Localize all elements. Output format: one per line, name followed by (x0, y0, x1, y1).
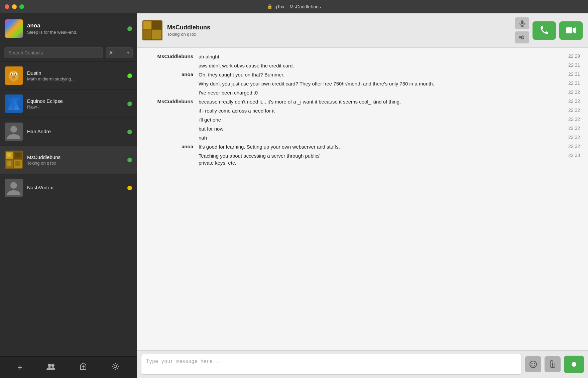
message-text: i'll get one (199, 116, 557, 123)
equinox-avatar-icon (5, 94, 23, 113)
lock-icon: 🔒 (267, 4, 272, 9)
contact-info: MsCuddlebuns Toxing on qTox (27, 154, 123, 166)
svg-point-41 (532, 363, 533, 364)
transfer-icon (79, 362, 87, 370)
svg-point-42 (534, 363, 535, 364)
contact-name: MsCuddlebuns (27, 154, 123, 160)
svg-rect-34 (521, 20, 523, 24)
message-sender: MsCuddlebuns (145, 98, 199, 104)
chat-header-info: MsCuddlebuns Toxing on qTox (167, 24, 510, 37)
svg-marker-39 (573, 27, 576, 33)
svg-rect-22 (15, 161, 20, 166)
list-item[interactable]: Equinox Eclipse Rawr~ (0, 90, 137, 118)
video-icon (566, 27, 576, 34)
table-row: but for now 22:32 (145, 125, 580, 132)
message-time: 22:31 (557, 62, 580, 68)
table-row: MsCuddlebuns because i really don't need… (145, 98, 580, 105)
input-area (137, 350, 588, 378)
video-call-button[interactable] (559, 21, 583, 40)
chat-contact-name: MsCuddlebuns (167, 24, 510, 31)
doge-avatar-icon (5, 66, 23, 85)
message-sender (145, 152, 199, 153)
profile-info: anoa Sleep is for the weak-end. (27, 22, 123, 35)
list-item[interactable]: Dustin Math midterm studying... (0, 62, 137, 90)
contact-status: Math midterm studying... (27, 76, 123, 81)
microphone-icon (519, 20, 525, 27)
contact-info: Dustin Math midterm studying... (27, 70, 123, 81)
send-icon (569, 360, 579, 369)
profile-online-dot (127, 26, 132, 31)
contact-name: Equinox Eclipse (27, 98, 123, 104)
list-item[interactable]: Han Andre (0, 118, 137, 146)
svg-rect-19 (7, 153, 11, 157)
attach-button[interactable] (545, 356, 561, 372)
svg-rect-32 (143, 30, 151, 39)
message-time: 22:32 (557, 143, 580, 149)
table-row: Teaching you about accessing a server th… (145, 152, 580, 166)
titlebar: 🔒 qTox – MsCuddlebuns (0, 0, 588, 13)
list-item[interactable]: MsCuddlebuns Toxing on qTox (0, 146, 137, 174)
message-input[interactable] (141, 354, 522, 375)
file-transfer-button[interactable] (77, 360, 90, 375)
message-sender: MsCuddlebuns (145, 53, 199, 59)
profile-name: anoa (27, 22, 123, 29)
minimize-button[interactable] (12, 4, 17, 9)
profile-avatar-image (5, 19, 23, 38)
svg-point-45 (573, 363, 575, 366)
settings-button[interactable] (109, 360, 122, 375)
close-button[interactable] (5, 4, 9, 9)
emoji-icon (529, 360, 537, 368)
svg-rect-38 (566, 27, 572, 33)
svg-rect-20 (15, 153, 20, 157)
call-button[interactable] (533, 21, 556, 40)
message-time: 22:31 (557, 71, 580, 77)
status-dot (127, 158, 132, 162)
message-text: if i really come across a need for it (199, 107, 557, 114)
emoji-button[interactable] (525, 356, 541, 372)
message-sender (145, 116, 199, 117)
svg-point-6 (15, 73, 16, 75)
avatar (5, 19, 23, 38)
phone-icon (540, 26, 549, 35)
sidebar: anoa Sleep is for the weak-end. All Onli… (0, 13, 137, 378)
add-contact-button[interactable]: + (15, 360, 25, 375)
status-dot (127, 186, 132, 190)
message-text: ah alright (199, 53, 557, 60)
send-button[interactable] (564, 356, 584, 373)
message-sender (145, 134, 199, 135)
table-row: MsCuddlebuns ah alright 22:29 (145, 53, 580, 60)
table-row: if i really come across a need for it 22… (145, 107, 580, 114)
avatar (5, 66, 23, 85)
message-sender (145, 62, 199, 62)
svg-point-24 (10, 182, 17, 189)
profile-header: anoa Sleep is for the weak-end. (0, 13, 137, 44)
filter-select[interactable]: All Online Offline (106, 47, 133, 58)
mute-button[interactable] (515, 31, 529, 43)
message-time: 22:32 (557, 116, 580, 122)
message-text: It's good for learning. Setting up your … (199, 143, 557, 150)
search-input[interactable] (4, 47, 103, 58)
message-time: 22:29 (557, 53, 580, 59)
messages-area[interactable]: MsCuddlebuns ah alright 22:29 aws didn't… (137, 48, 588, 350)
group-chat-button[interactable] (44, 360, 58, 375)
message-text: Oh, they caught you on that? Bummer. (199, 71, 557, 78)
avatar (5, 123, 23, 141)
microphone-button[interactable] (515, 17, 529, 29)
table-row: anoa It's good for learning. Setting up … (145, 143, 580, 150)
message-text: because i really don't need it... it's m… (199, 98, 557, 105)
sidebar-footer: + (0, 356, 137, 378)
svg-point-5 (11, 73, 12, 75)
svg-rect-30 (143, 21, 151, 29)
chat-header: MsCuddlebuns Toxing on qTox (137, 13, 588, 48)
filter-wrapper: All Online Offline ▼ (106, 47, 133, 58)
svg-rect-31 (152, 21, 161, 29)
list-item[interactable]: NashVortex (0, 174, 137, 202)
table-row: aws didn't work obvs cause the credit ca… (145, 62, 580, 69)
maximize-button[interactable] (19, 4, 24, 9)
message-text: Why don't you just use your own credit c… (199, 80, 557, 87)
svg-point-40 (530, 361, 537, 368)
message-sender (145, 107, 199, 108)
svg-point-13 (10, 126, 17, 133)
window-controls[interactable] (5, 4, 24, 9)
person-avatar-icon (5, 179, 23, 197)
